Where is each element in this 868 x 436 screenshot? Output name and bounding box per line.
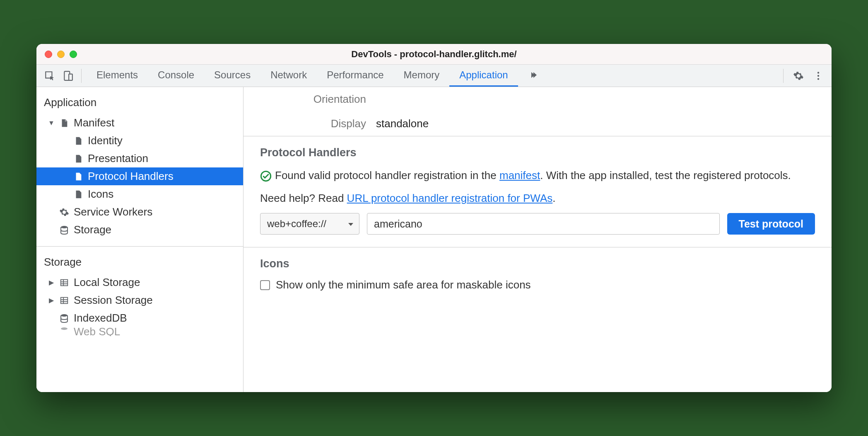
tab-console[interactable]: Console <box>148 65 204 87</box>
tab-application[interactable]: Application <box>449 65 518 87</box>
sidebar-item-label: Service Workers <box>74 206 152 218</box>
sidebar-section-application: Application ▼ Manifest Identity Presenta… <box>36 87 243 247</box>
sidebar-item-indexeddb[interactable]: IndexedDB <box>36 309 243 327</box>
sidebar-item-label: Local Storage <box>74 276 140 289</box>
tabs-overflow-icon[interactable] <box>518 65 548 87</box>
titlebar: DevTools - protocol-handler.glitch.me/ <box>36 44 832 65</box>
sidebar-item-storage[interactable]: Storage <box>36 221 243 239</box>
sidebar-item-label: Manifest <box>74 116 114 129</box>
file-icon <box>59 118 70 128</box>
settings-icon[interactable] <box>790 68 807 84</box>
protocol-scheme-dropdown[interactable]: web+coffee:// <box>260 213 359 235</box>
sidebar-item-label: Presentation <box>88 152 148 165</box>
svg-rect-10 <box>61 297 68 303</box>
main-panel: Orientation Display standalone Protocol … <box>244 87 832 392</box>
sidebar-item-label: Icons <box>88 188 113 201</box>
toolbar-divider <box>81 69 82 83</box>
sidebar-item-manifest[interactable]: ▼ Manifest <box>36 114 243 132</box>
svg-rect-1 <box>69 74 72 80</box>
sidebar-item-websql[interactable]: Web SQL <box>36 327 243 336</box>
section-title-icons: Icons <box>260 257 815 270</box>
devtools-window: DevTools - protocol-handler.glitch.me/ E… <box>36 44 832 392</box>
sidebar-item-label: Web SQL <box>74 327 120 336</box>
section-title-protocol-handlers: Protocol Handlers <box>260 146 815 159</box>
devtools-tabs: Elements Console Sources Network Perform… <box>87 65 548 87</box>
checkmark-circle-icon <box>260 170 272 182</box>
content-area: Application ▼ Manifest Identity Presenta… <box>36 87 832 392</box>
more-options-icon[interactable] <box>810 68 827 84</box>
grid-icon <box>59 295 70 306</box>
sidebar-item-protocol-handlers[interactable]: Protocol Handlers <box>36 167 243 185</box>
tab-performance[interactable]: Performance <box>317 65 393 87</box>
database-icon <box>59 313 70 324</box>
sidebar-item-service-workers[interactable]: Service Workers <box>36 203 243 221</box>
maskable-icons-checkbox-row[interactable]: Show only the minimum safe area for mask… <box>260 279 815 291</box>
label-orientation: Orientation <box>244 93 376 106</box>
sidebar-item-label: Storage <box>74 223 111 236</box>
help-link[interactable]: URL protocol handler registration for PW… <box>347 192 553 204</box>
grid-icon <box>59 277 70 288</box>
checkbox-icon[interactable] <box>260 280 270 290</box>
svg-point-3 <box>817 75 819 76</box>
inspect-element-icon[interactable] <box>41 68 58 84</box>
section-icons: Icons Show only the minimum safe area fo… <box>244 247 832 304</box>
tab-memory[interactable]: Memory <box>394 65 450 87</box>
sidebar-header-storage: Storage <box>36 252 243 274</box>
checkbox-label: Show only the minimum safe area for mask… <box>276 279 531 291</box>
row-display: Display standalone <box>244 111 832 136</box>
sidebar-item-session-storage[interactable]: ▶ Session Storage <box>36 291 243 309</box>
file-icon <box>73 136 84 146</box>
device-toggle-icon[interactable] <box>60 68 76 84</box>
protocol-status-text: Found valid protocol handler registratio… <box>260 167 815 184</box>
database-icon <box>59 327 70 336</box>
sidebar-item-presentation[interactable]: Presentation <box>36 150 243 167</box>
sidebar-item-label: Identity <box>88 134 123 147</box>
label-display: Display <box>244 117 376 130</box>
sidebar-item-label: Session Storage <box>74 294 153 307</box>
sidebar-header-application: Application <box>36 93 243 114</box>
toolbar-divider <box>783 69 784 83</box>
svg-point-15 <box>61 327 68 330</box>
sidebar-section-storage: Storage ▶ Local Storage ▶ Session Storag… <box>36 247 243 344</box>
file-icon <box>73 153 84 164</box>
sidebar-item-label: Protocol Handlers <box>88 170 174 183</box>
file-icon <box>73 171 84 182</box>
disclosure-triangle-icon: ▼ <box>48 119 55 127</box>
protocol-test-row: web+coffee:// Test protocol <box>260 213 815 235</box>
window-title: DevTools - protocol-handler.glitch.me/ <box>36 49 832 60</box>
sidebar-item-icons[interactable]: Icons <box>36 185 243 203</box>
gear-icon <box>59 207 70 218</box>
tab-sources[interactable]: Sources <box>204 65 260 87</box>
sidebar-item-local-storage[interactable]: ▶ Local Storage <box>36 274 243 291</box>
application-sidebar: Application ▼ Manifest Identity Presenta… <box>36 87 244 392</box>
disclosure-triangle-icon: ▶ <box>48 279 55 286</box>
test-protocol-button[interactable]: Test protocol <box>727 213 815 235</box>
svg-point-2 <box>817 72 819 73</box>
sidebar-item-label: IndexedDB <box>74 312 127 325</box>
devtools-toolbar: Elements Console Sources Network Perform… <box>36 65 832 87</box>
svg-rect-6 <box>61 279 68 286</box>
sidebar-item-identity[interactable]: Identity <box>36 132 243 150</box>
protocol-value-input[interactable] <box>367 213 720 235</box>
value-display: standalone <box>376 117 429 130</box>
disclosure-triangle-icon: ▶ <box>48 296 55 304</box>
tab-elements[interactable]: Elements <box>87 65 148 87</box>
database-icon <box>59 225 70 235</box>
tab-network[interactable]: Network <box>260 65 317 87</box>
manifest-link[interactable]: manifest <box>499 169 540 182</box>
svg-point-5 <box>61 226 68 228</box>
section-protocol-handlers: Protocol Handlers Found valid protocol h… <box>244 136 832 247</box>
svg-point-14 <box>61 314 68 317</box>
svg-point-4 <box>817 78 819 80</box>
protocol-help-text: Need help? Read URL protocol handler reg… <box>260 190 815 206</box>
file-icon <box>73 189 84 200</box>
row-orientation: Orientation <box>244 87 832 111</box>
